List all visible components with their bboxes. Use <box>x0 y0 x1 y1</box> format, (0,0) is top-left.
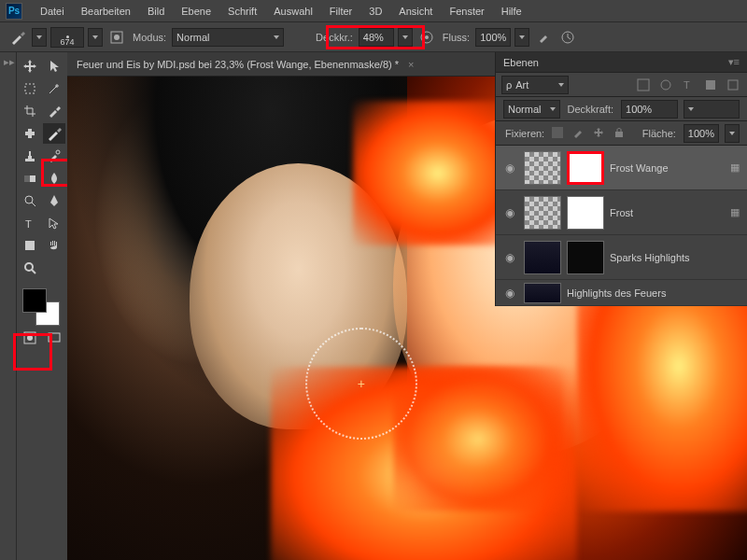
filter-pixel-icon[interactable] <box>637 78 652 91</box>
menu-type[interactable]: Schrift <box>219 6 265 17</box>
healing-tool[interactable] <box>19 123 41 144</box>
panel-dock-left: ▸▸ <box>0 52 17 560</box>
toolbox: T <box>17 52 67 560</box>
layer-row[interactable]: ◉ Sparks Highlights <box>496 235 747 280</box>
layer-thumb[interactable] <box>524 241 561 274</box>
path-tool[interactable] <box>43 213 65 233</box>
layer-name[interactable]: Highlights des Feuers <box>567 287 741 299</box>
highlight-fg-color <box>13 333 52 371</box>
menu-3d[interactable]: 3D <box>360 6 390 17</box>
layer-row[interactable]: ◉ Frost Wange ▦ <box>496 146 747 190</box>
stamp-tool[interactable] <box>19 146 41 166</box>
layer-mask-thumb[interactable] <box>567 241 604 274</box>
brush-tool[interactable] <box>43 123 65 144</box>
menu-view[interactable]: Ansicht <box>390 6 441 17</box>
layer-filter-row: ρArt T <box>496 73 747 97</box>
layer-mask-thumb[interactable] <box>567 196 604 230</box>
svg-rect-24 <box>615 132 623 137</box>
color-swatches[interactable] <box>22 288 63 326</box>
svg-rect-13 <box>25 241 35 250</box>
filter-adjust-icon[interactable] <box>659 78 674 91</box>
arrow-tool[interactable] <box>43 56 65 77</box>
menu-layer[interactable]: Ebene <box>173 6 219 17</box>
layer-thumb[interactable] <box>524 283 561 303</box>
layer-blend-dropdown[interactable]: Normal <box>503 100 560 119</box>
svg-rect-7 <box>28 129 32 138</box>
menu-filter[interactable]: Filter <box>321 6 360 17</box>
brush-dropdown[interactable] <box>88 28 103 47</box>
wand-tool[interactable] <box>43 78 65 99</box>
menu-edit[interactable]: Bearbeiten <box>73 6 139 17</box>
crop-tool[interactable] <box>19 101 41 121</box>
brush-preview[interactable]: 674 <box>50 27 84 48</box>
svg-point-19 <box>661 80 670 90</box>
layer-name[interactable]: Sparks Highlights <box>610 252 741 263</box>
brush-panel-icon[interactable] <box>106 27 127 48</box>
highlight-opacity <box>326 25 425 49</box>
move-tool[interactable] <box>19 56 41 77</box>
lock-all-icon[interactable] <box>613 127 628 140</box>
layer-fill-input[interactable]: 100% <box>684 124 719 143</box>
filter-type-dropdown[interactable]: ρArt <box>501 76 569 94</box>
shape-tool[interactable] <box>19 235 41 256</box>
type-tool[interactable]: T <box>19 213 41 233</box>
filter-smart-icon[interactable] <box>726 78 741 91</box>
svg-rect-5 <box>25 84 35 93</box>
airbrush-icon[interactable] <box>533 27 554 48</box>
layer-name[interactable]: Frost <box>610 207 725 218</box>
layer-thumb[interactable] <box>524 151 561 185</box>
flow-label: Fluss: <box>443 32 470 43</box>
dodge-tool[interactable] <box>19 190 41 211</box>
gradient-tool[interactable] <box>19 168 41 189</box>
layer-row[interactable]: ◉ Frost ▦ <box>496 190 747 235</box>
layer-link-icon[interactable]: ▦ <box>730 161 741 174</box>
visibility-icon[interactable]: ◉ <box>501 249 518 266</box>
svg-text:T: T <box>684 79 690 91</box>
layer-opacity-input[interactable]: 100% <box>621 100 678 119</box>
flow-dropdown[interactable] <box>514 28 529 47</box>
eyedropper-tool[interactable] <box>43 101 65 121</box>
filter-type-icon[interactable]: T <box>682 78 697 91</box>
layer-link-icon[interactable]: ▦ <box>730 206 741 218</box>
menu-file[interactable]: Datei <box>32 6 73 17</box>
pen-tool[interactable] <box>43 190 65 211</box>
hand-tool[interactable] <box>43 235 65 256</box>
tablet-pressure-icon[interactable] <box>557 27 578 48</box>
svg-rect-21 <box>706 80 715 90</box>
svg-point-3 <box>425 35 429 39</box>
zoom-tool[interactable] <box>19 258 41 278</box>
layer-row[interactable]: ◉ Highlights des Feuers <box>496 280 747 306</box>
menu-image[interactable]: Bild <box>139 6 173 17</box>
layer-thumb[interactable] <box>524 196 561 230</box>
visibility-icon[interactable]: ◉ <box>501 285 518 301</box>
mode-label: Modus: <box>133 32 166 43</box>
visibility-icon[interactable]: ◉ <box>501 204 518 221</box>
filter-shape-icon[interactable] <box>704 78 719 91</box>
svg-point-11 <box>25 196 33 203</box>
layer-opacity-dropdown[interactable] <box>684 100 740 119</box>
panel-header[interactable]: Ebenen ▾≡ <box>496 52 747 73</box>
svg-rect-18 <box>638 79 649 91</box>
menu-window[interactable]: Fenster <box>441 6 492 17</box>
marquee-tool[interactable] <box>19 78 41 99</box>
blend-mode-dropdown[interactable]: Normal <box>172 28 284 47</box>
svg-rect-10 <box>24 175 30 182</box>
svg-rect-23 <box>552 127 563 138</box>
tool-preset-dropdown[interactable] <box>32 28 47 47</box>
lock-pixels-icon[interactable] <box>572 127 587 140</box>
layer-mask-thumb[interactable] <box>567 151 604 185</box>
lock-row: Fixieren: Fläche: 100% <box>496 121 747 146</box>
menubar: Ps Datei Bearbeiten Bild Ebene Schrift A… <box>0 0 747 22</box>
lock-transparent-icon[interactable] <box>552 127 567 140</box>
menu-select[interactable]: Auswahl <box>265 6 321 17</box>
brush-tool-icon <box>7 27 28 48</box>
menu-help[interactable]: Hilfe <box>493 6 530 17</box>
blend-row: Normal Deckkraft: 100% <box>496 97 747 121</box>
visibility-icon[interactable]: ◉ <box>501 160 518 176</box>
flow-input[interactable]: 100% <box>475 28 511 47</box>
layer-fill-dropdown[interactable] <box>725 124 740 143</box>
foreground-color[interactable] <box>22 288 47 313</box>
lock-position-icon[interactable] <box>593 127 608 140</box>
svg-point-14 <box>25 263 33 271</box>
layer-name[interactable]: Frost Wange <box>610 162 725 174</box>
